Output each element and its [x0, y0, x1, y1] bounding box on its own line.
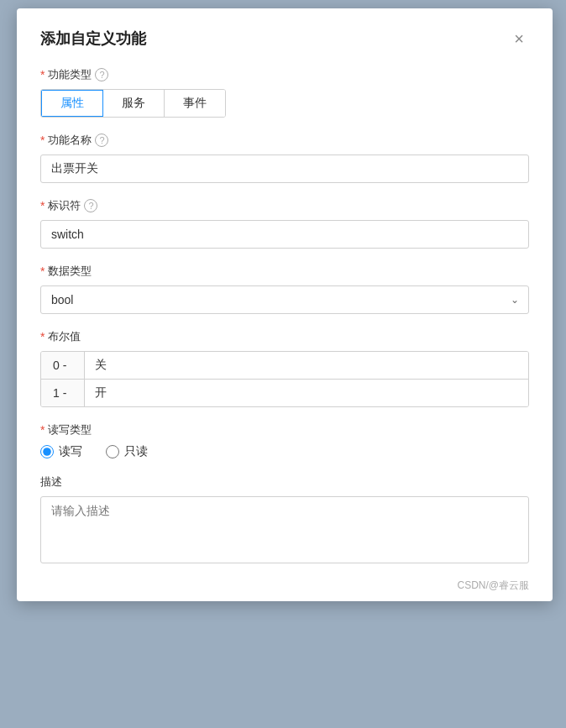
- identifier-section: * 标识符 ?: [40, 198, 529, 249]
- bool-values-label: * 布尔值: [40, 329, 529, 344]
- dialog-title: 添加自定义功能: [40, 29, 146, 49]
- dialog-header: 添加自定义功能 ×: [40, 29, 529, 49]
- help-icon-1[interactable]: ?: [95, 68, 108, 81]
- tab-service[interactable]: 服务: [103, 90, 165, 117]
- bool-group: 0 - 1 -: [40, 351, 529, 407]
- bool-value-input-0[interactable]: [85, 352, 528, 379]
- required-star-5: *: [40, 330, 45, 343]
- function-name-section: * 功能名称 ?: [40, 133, 529, 183]
- identifier-label: * 标识符 ?: [40, 198, 529, 213]
- close-button[interactable]: ×: [509, 29, 529, 49]
- function-name-label: * 功能名称 ?: [40, 133, 529, 148]
- required-star-2: *: [40, 134, 45, 147]
- watermark: CSDN/@睿云服: [457, 579, 529, 593]
- bool-key-1: 1 -: [41, 380, 85, 406]
- dialog: 添加自定义功能 × * 功能类型 ? 属性 服务 事件 * 功能名称 ? * 标…: [17, 8, 553, 601]
- description-textarea[interactable]: [40, 496, 529, 563]
- required-star-3: *: [40, 199, 45, 212]
- function-type-label: * 功能类型 ?: [40, 67, 529, 82]
- bool-values-section: * 布尔值 0 - 1 -: [40, 329, 529, 407]
- description-section: 描述: [40, 474, 529, 566]
- read-write-section: * 读写类型 读写 只读: [40, 422, 529, 459]
- identifier-input[interactable]: [40, 220, 529, 249]
- help-icon-2[interactable]: ?: [95, 134, 108, 147]
- tab-event[interactable]: 事件: [165, 90, 225, 117]
- radio-r[interactable]: [106, 445, 119, 458]
- required-star-6: *: [40, 423, 45, 437]
- data-type-select-wrapper: bool int float string enum ⌄: [40, 285, 529, 314]
- radio-rw-label[interactable]: 读写: [40, 444, 82, 459]
- tab-property[interactable]: 属性: [41, 90, 103, 117]
- radio-rw[interactable]: [40, 445, 54, 458]
- read-write-label: * 读写类型: [40, 422, 529, 437]
- data-type-label: * 数据类型: [40, 264, 529, 279]
- bool-row-0: 0 -: [41, 352, 528, 380]
- function-type-tabs: 属性 服务 事件: [40, 89, 226, 118]
- required-star-1: *: [40, 68, 45, 81]
- radio-group: 读写 只读: [40, 444, 529, 459]
- function-name-input[interactable]: [40, 155, 529, 183]
- bool-row-1: 1 -: [41, 380, 528, 406]
- required-star-4: *: [40, 264, 45, 278]
- function-type-section: * 功能类型 ? 属性 服务 事件: [40, 67, 529, 118]
- help-icon-3[interactable]: ?: [84, 199, 97, 212]
- radio-r-label[interactable]: 只读: [106, 444, 148, 459]
- data-type-select[interactable]: bool int float string enum: [40, 285, 529, 314]
- description-label: 描述: [40, 474, 529, 490]
- bool-key-0: 0 -: [41, 352, 85, 379]
- bool-value-input-1[interactable]: [85, 380, 528, 406]
- data-type-section: * 数据类型 bool int float string enum ⌄: [40, 264, 529, 314]
